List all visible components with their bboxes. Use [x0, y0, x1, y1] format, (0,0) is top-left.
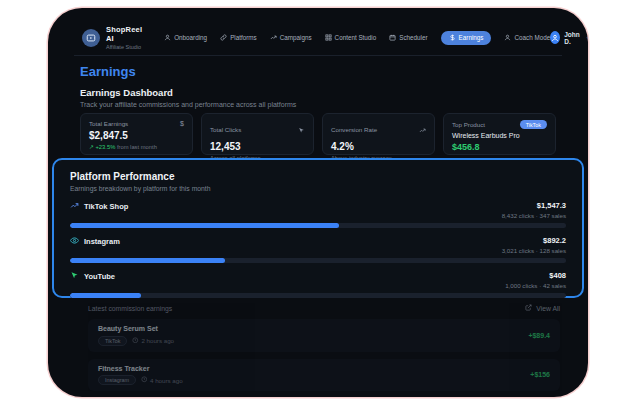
panel-title: Platform Performance [70, 171, 566, 182]
app-window: ShopReel AI Affiliate Studio Onboarding … [48, 8, 588, 397]
app-logo-icon [82, 29, 100, 47]
dollar-icon [449, 34, 456, 42]
user-menu[interactable]: John D. ▾ [550, 31, 588, 45]
commission-item[interactable]: Fitness Tracker Instagram 4 hours ago +$… [88, 359, 560, 392]
stat-value: $2,847.5 [89, 130, 184, 141]
nav-label: Scheduler [399, 34, 427, 41]
stat-value: 4.2% [331, 141, 426, 152]
nav-label: Onboarding [174, 34, 207, 41]
trend-icon [70, 201, 79, 212]
commission-product: Fitness Tracker [98, 365, 183, 372]
tiktok-badge: TikTok [520, 120, 547, 129]
trend-icon [419, 120, 426, 138]
growth-value: ↗ +23.5% [89, 144, 115, 150]
cursor-icon [298, 120, 305, 138]
person-icon [504, 34, 511, 42]
platform-name: Instagram [84, 237, 120, 246]
dashboard-title: Earnings Dashboard [80, 87, 173, 98]
nav-item-platforms[interactable]: Platforms [220, 34, 257, 42]
platform-row-tiktok: TikTok Shop $1,547.3 8,432 clicks · 347 … [70, 201, 566, 228]
user-name: John D. [564, 31, 582, 45]
growth-note: from last month [115, 144, 157, 150]
clock-icon [132, 337, 139, 345]
stat-label: Total Earnings [89, 120, 128, 127]
top-navbar: ShopReel AI Affiliate Studio Onboarding … [74, 24, 562, 56]
platform-row-instagram: Instagram $892.2 3,021 clicks · 128 sale… [70, 236, 566, 263]
platform-meta: 1,000 clicks · 42 sales [505, 282, 566, 289]
stat-card-total-clicks: Total Clicks 12,453 Across all platforms [201, 113, 314, 155]
link-icon [220, 34, 227, 42]
clock-icon [141, 376, 148, 384]
trend-icon [270, 34, 277, 42]
nav-item-earnings[interactable]: Earnings [441, 31, 492, 45]
platform-amount: $1,547.3 [502, 201, 566, 210]
commission-amount: +$156 [530, 371, 550, 378]
stats-row: Total Earnings $ $2,847.5 ↗ +23.5% from … [80, 113, 556, 155]
stat-subtext: ↗ +23.5% from last month [89, 144, 184, 150]
grid-icon [325, 34, 332, 42]
chevron-down-icon: ▾ [587, 34, 588, 41]
stat-card-top-product: Top Product TikTok Wireless Earbuds Pro … [443, 113, 556, 155]
platform-rows: TikTok Shop $1,547.3 8,432 clicks · 347 … [70, 201, 566, 298]
nav-label: Earnings [459, 34, 484, 41]
latest-title: Latest commission earnings [88, 305, 172, 312]
commission-amount: +$89.4 [528, 332, 550, 339]
nav-item-scheduler[interactable]: Scheduler [389, 34, 427, 42]
brand: ShopReel AI Affiliate Studio [82, 25, 142, 50]
nav-label: Coach Mode [514, 34, 550, 41]
platform-meta: 3,021 clicks · 128 sales [502, 247, 566, 254]
platform-amount: $408 [505, 271, 566, 280]
product-amount: $456.8 [452, 142, 547, 152]
stat-label: Total Clicks [210, 126, 241, 133]
nav-label: Content Studio [335, 34, 377, 41]
view-all-label: View All [536, 305, 560, 312]
platform-name: YouTube [84, 272, 115, 281]
platform-name: TikTok Shop [84, 202, 128, 211]
stat-value: 12,453 [210, 141, 305, 152]
nav-items: Onboarding Platforms Campaigns Content S… [164, 31, 550, 45]
commission-item[interactable]: Beauty Serum Set TikTok 2 hours ago +$89… [88, 319, 560, 352]
eye-icon [70, 236, 79, 247]
progress-track [70, 223, 566, 228]
nav-label: Platforms [230, 34, 257, 41]
product-name: Wireless Earbuds Pro [452, 132, 547, 139]
user-icon [164, 34, 171, 42]
stat-label: Top Product [452, 121, 485, 128]
view-all-link[interactable]: View All [525, 304, 560, 312]
stat-card-conversion-rate: Conversion Rate 4.2% Above industry aver… [322, 113, 435, 155]
commission-time: 2 hours ago [141, 337, 174, 344]
brand-subtitle: Affiliate Studio [106, 44, 142, 50]
progress-track [70, 293, 566, 298]
panel-subtitle: Earnings breakdown by platform for this … [70, 185, 566, 192]
progress-track [70, 258, 566, 263]
nav-item-content-studio[interactable]: Content Studio [325, 34, 377, 42]
progress-fill [70, 293, 141, 298]
nav-item-campaigns[interactable]: Campaigns [270, 34, 312, 42]
calendar-icon [389, 34, 396, 42]
cursor-icon [70, 271, 79, 282]
nav-item-coach-mode[interactable]: Coach Mode [504, 34, 550, 42]
nav-item-onboarding[interactable]: Onboarding [164, 34, 207, 42]
stat-card-total-earnings: Total Earnings $ $2,847.5 ↗ +23.5% from … [80, 113, 193, 155]
page-title: Earnings [80, 64, 136, 79]
platform-amount: $892.2 [502, 236, 566, 245]
latest-commissions-section: Latest commission earnings View All Beau… [88, 304, 560, 391]
dashboard-subtitle: Track your affiliate commissions and per… [80, 101, 296, 108]
platform-badge: TikTok [98, 336, 127, 346]
platform-badge: Instagram [98, 375, 136, 385]
stat-label: Conversion Rate [331, 126, 377, 133]
commission-product: Beauty Serum Set [98, 325, 174, 332]
external-link-icon [525, 304, 532, 312]
platform-meta: 8,432 clicks · 347 sales [502, 212, 566, 219]
platform-performance-panel: Platform Performance Earnings breakdown … [52, 158, 584, 298]
platform-row-youtube: YouTube $408 1,000 clicks · 42 sales [70, 271, 566, 298]
dollar-icon: $ [180, 120, 184, 127]
commission-time: 4 hours ago [150, 377, 183, 384]
avatar [550, 31, 560, 44]
nav-label: Campaigns [280, 34, 312, 41]
progress-fill [70, 258, 225, 263]
progress-fill [70, 223, 339, 228]
brand-title: ShopReel AI [106, 25, 142, 43]
